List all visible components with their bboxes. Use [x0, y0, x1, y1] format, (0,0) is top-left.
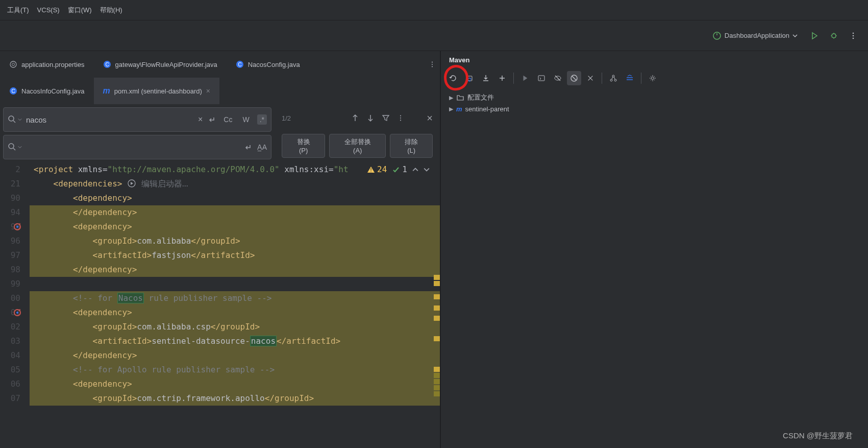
find-bar: × Cc W .* [3, 107, 271, 132]
tab-label: NacosInfoConfig.java [21, 87, 85, 95]
maven-settings-button[interactable] [646, 71, 660, 85]
svg-text:!: ! [369, 168, 373, 173]
ok-icon [392, 166, 400, 174]
collapse-icon [587, 75, 594, 82]
line-number: 96 [0, 234, 20, 248]
close-search-button[interactable]: × [427, 112, 433, 124]
offline-icon [554, 74, 562, 82]
maven-generate-button[interactable] [462, 71, 477, 85]
new-line-icon[interactable] [244, 143, 252, 151]
menu-window[interactable]: 窗口(W) [65, 4, 95, 17]
close-tab-button[interactable]: × [206, 87, 210, 95]
run-config-label: DashboardApplication [725, 32, 789, 39]
chevron-up-icon[interactable] [412, 167, 418, 173]
svg-point-12 [432, 64, 433, 65]
maven-project-node[interactable]: ▶ m sentinel-parent [447, 104, 862, 114]
tab-label: application.properties [21, 61, 85, 68]
maven-collapse-button[interactable] [583, 71, 598, 85]
kebab-icon [849, 32, 857, 40]
menu-help[interactable]: 帮助(H) [97, 4, 126, 17]
maven-profiles-node[interactable]: ▶ 配置文件 [447, 91, 862, 104]
more-search-button[interactable] [397, 114, 404, 122]
maven-toolbar [441, 69, 868, 87]
chevron-down-icon[interactable] [18, 145, 22, 149]
kebab-icon [429, 61, 436, 68]
preserve-case-button[interactable]: A̲A [257, 143, 267, 151]
play-icon [810, 32, 819, 40]
tab-label: gateway\FlowRuleApiProvider.java [115, 61, 217, 68]
search-icon [8, 115, 17, 124]
gutter-marker-icon[interactable] [13, 309, 21, 317]
code-content[interactable]: <project xmlns="http://maven.apache.org/… [30, 162, 440, 448]
refresh-icon [449, 74, 457, 82]
run-button[interactable] [807, 28, 822, 43]
line-number: 90 [0, 191, 20, 205]
menubar: 工具(T) VCS(S) 窗口(W) 帮助(H) [0, 0, 868, 20]
maven-title: Maven [441, 51, 868, 69]
find-input[interactable] [22, 115, 198, 124]
menu-vcs[interactable]: VCS(S) [34, 4, 63, 16]
more-actions-button[interactable] [846, 28, 861, 43]
line-number: 05 [0, 363, 20, 377]
svg-point-20 [400, 120, 401, 121]
maven-skip-tests-button[interactable] [567, 71, 581, 85]
tab-nacosinfoconfig[interactable]: C NacosInfoConfig.java [0, 78, 94, 104]
maven-reload-button[interactable] [446, 71, 460, 85]
svg-point-19 [400, 117, 401, 119]
new-line-icon[interactable] [208, 115, 216, 124]
maven-run-button[interactable] [518, 71, 532, 85]
exclude-button[interactable]: 排除(L) [390, 134, 433, 158]
tab-application-properties[interactable]: application.properties [0, 51, 94, 78]
replace-all-button[interactable]: 全部替换(A) [329, 134, 386, 158]
line-number: 94 [0, 205, 20, 220]
clear-search-button[interactable]: × [198, 115, 203, 124]
code-editor[interactable]: !24 1 2 21 90 94 95 96 97 98 99 00 01 02… [0, 162, 440, 448]
chevron-down-icon[interactable] [424, 167, 430, 173]
filter-button[interactable] [382, 114, 390, 122]
error-stripe[interactable] [433, 162, 440, 448]
run-config-icon [712, 31, 722, 40]
terminal-icon [537, 74, 545, 82]
run-hint-icon[interactable] [127, 179, 136, 188]
svg-text:C: C [238, 62, 241, 67]
debug-button[interactable] [826, 28, 841, 43]
tab-pom-xml[interactable]: m pom.xml (sentinel-dashboard) × [94, 78, 219, 104]
inspections-widget[interactable]: !24 1 [367, 164, 430, 174]
java-class-icon: C [236, 60, 244, 68]
editor-panel: application.properties C gateway\FlowRul… [0, 51, 440, 448]
run-configuration-selector[interactable]: DashboardApplication [707, 29, 803, 42]
tab-label: NacosConfig.java [248, 61, 300, 68]
line-number: 98 [0, 263, 20, 277]
play-icon [522, 75, 529, 82]
gutter-marker-icon[interactable] [13, 223, 21, 231]
maven-dependencies-button[interactable] [606, 71, 621, 85]
maven-execute-button[interactable] [534, 71, 549, 85]
line-number: 02 [0, 320, 20, 334]
svg-point-6 [12, 63, 15, 66]
regex-button[interactable]: .* [257, 114, 267, 125]
replace-input[interactable] [22, 143, 244, 152]
folder-refresh-icon [465, 74, 474, 82]
replace-button[interactable]: 替换(P) [282, 134, 325, 158]
inline-hint[interactable]: 编辑启动器... [141, 179, 188, 188]
line-number: 2 [0, 162, 20, 177]
svg-point-23 [16, 226, 18, 228]
maven-file-icon: m [103, 86, 110, 96]
maven-show-button[interactable] [623, 71, 637, 85]
maven-add-button[interactable] [495, 71, 509, 85]
tab-nacosconfig[interactable]: C NacosConfig.java [227, 51, 309, 78]
tab-flowruleapiprovider[interactable]: C gateway\FlowRuleApiProvider.java [94, 51, 227, 78]
tab-more-button[interactable] [425, 57, 440, 72]
maven-download-button[interactable] [479, 71, 493, 85]
svg-point-16 [9, 116, 14, 121]
svg-point-4 [853, 37, 854, 39]
menu-tools[interactable]: 工具(T) [4, 4, 32, 17]
match-case-button[interactable]: Cc [221, 114, 235, 125]
editor-tabs-row1: application.properties C gateway\FlowRul… [0, 51, 440, 78]
svg-point-1 [832, 34, 836, 38]
next-match-button[interactable] [366, 114, 375, 122]
maven-offline-button[interactable] [551, 71, 565, 85]
chevron-down-icon[interactable] [18, 117, 22, 122]
words-button[interactable]: W [240, 114, 252, 125]
prev-match-button[interactable] [351, 114, 359, 122]
